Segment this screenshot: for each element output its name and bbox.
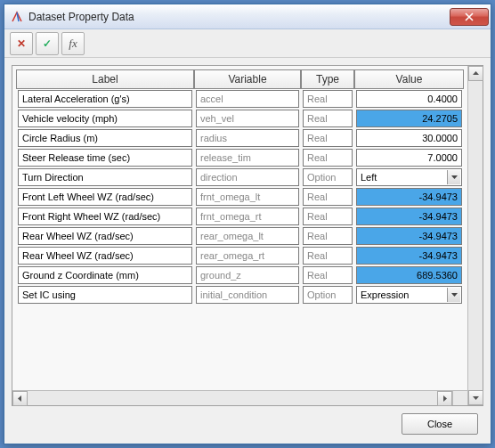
variable-cell: accel	[196, 90, 299, 108]
label-cell[interactable]: Set IC using	[18, 286, 192, 304]
table-row: Rear Wheel WZ (rad/sec)rear_omega_ltReal…	[16, 226, 464, 246]
variable-cell: initial_condition	[196, 286, 299, 304]
type-cell: Real	[303, 266, 353, 284]
value-dropdown[interactable]: Left	[356, 168, 462, 186]
scroll-down-button[interactable]	[468, 390, 483, 405]
chevron-down-icon[interactable]	[447, 170, 460, 184]
apply-button[interactable]: ✓	[36, 32, 59, 55]
scroll-corner	[452, 390, 467, 405]
table-row: Set IC usinginitial_conditionOptionExpre…	[16, 285, 464, 305]
type-cell: Real	[303, 149, 353, 167]
col-header-value[interactable]: Value	[354, 69, 464, 89]
variable-cell: radius	[196, 129, 299, 147]
value-cell[interactable]: -34.9473	[356, 227, 462, 245]
value-cell[interactable]: 24.2705	[356, 110, 462, 127]
table-row: Vehicle velocity (mph)veh_velReal24.2705	[16, 109, 464, 128]
type-cell: Real	[303, 188, 353, 206]
value-cell[interactable]: 0.4000	[356, 90, 462, 108]
type-cell: Real	[303, 208, 353, 225]
col-header-type[interactable]: Type	[301, 69, 354, 89]
check-icon: ✓	[43, 37, 52, 50]
label-cell[interactable]: Front Right Wheel WZ (rad/sec)	[18, 208, 192, 225]
type-cell: Real	[303, 247, 353, 265]
table-row: Steer Release time (sec)release_timReal7…	[16, 148, 464, 167]
label-cell[interactable]: Circle Radius (m)	[18, 129, 192, 147]
table-row: Rear Wheel WZ (rad/sec)rear_omega_rtReal…	[16, 246, 464, 265]
label-cell[interactable]: Turn Direction	[18, 168, 192, 186]
vertical-scrollbar[interactable]	[467, 66, 483, 405]
variable-cell: veh_vel	[196, 110, 299, 127]
variable-cell: rear_omega_lt	[196, 227, 299, 245]
type-cell: Real	[303, 90, 353, 108]
type-cell: Real	[303, 110, 353, 127]
dropdown-value: Expression	[361, 287, 409, 303]
scroll-right-button[interactable]	[437, 391, 452, 406]
close-button-label: Close	[427, 419, 452, 429]
window-title: Dataset Property Data	[28, 11, 450, 23]
variable-cell: frnt_omega_rt	[196, 208, 299, 225]
grid-area: Label Variable Type Value Lateral Accele…	[12, 66, 467, 390]
dialog-footer: Close	[12, 406, 483, 436]
grid-frame: Label Variable Type Value Lateral Accele…	[12, 65, 483, 406]
titlebar: Dataset Property Data	[4, 4, 491, 29]
cancel-button[interactable]: ✕	[10, 32, 33, 55]
table-row: Circle Radius (m)radiusReal30.0000	[16, 128, 464, 148]
table-row: Turn DirectiondirectionOptionLeft	[16, 167, 464, 187]
property-table: Label Variable Type Value Lateral Accele…	[16, 69, 464, 305]
variable-cell: direction	[196, 168, 299, 186]
fx-button[interactable]: fx	[61, 32, 85, 55]
table-row: Ground z Coordinate (mm)ground_zReal689.…	[16, 265, 464, 285]
label-cell[interactable]: Rear Wheel WZ (rad/sec)	[18, 247, 192, 265]
value-cell[interactable]: -34.9473	[356, 247, 462, 265]
table-row: Front Right Wheel WZ (rad/sec)frnt_omega…	[16, 207, 464, 226]
variable-cell: frnt_omega_lt	[196, 188, 299, 206]
cancel-icon: ✕	[17, 37, 26, 50]
chevron-down-icon[interactable]	[447, 288, 460, 302]
toolbar: ✕ ✓ fx	[4, 29, 491, 58]
content-area: Label Variable Type Value Lateral Accele…	[4, 58, 491, 444]
label-cell[interactable]: Steer Release time (sec)	[18, 149, 192, 167]
value-cell[interactable]: -34.9473	[356, 188, 462, 206]
value-dropdown[interactable]: Expression	[356, 286, 462, 304]
type-cell: Option	[303, 286, 353, 304]
fx-icon: fx	[69, 37, 77, 51]
dropdown-value: Left	[361, 169, 377, 185]
app-icon	[10, 10, 24, 24]
value-cell[interactable]: 689.5360	[356, 266, 462, 284]
value-cell[interactable]: 7.0000	[356, 149, 462, 167]
label-cell[interactable]: Front Left Wheel WZ (rad/sec)	[18, 188, 192, 206]
horizontal-scrollbar[interactable]	[12, 390, 452, 405]
dialog-window: Dataset Property Data ✕ ✓ fx	[4, 4, 491, 444]
type-cell: Option	[303, 168, 353, 186]
label-cell[interactable]: Lateral Acceleration (g's)	[18, 90, 192, 108]
window-close-button[interactable]	[450, 8, 489, 26]
variable-cell: ground_z	[196, 266, 299, 284]
label-cell[interactable]: Vehicle velocity (mph)	[18, 110, 192, 127]
variable-cell: rear_omega_rt	[196, 247, 299, 265]
scroll-up-button[interactable]	[468, 66, 483, 81]
value-cell[interactable]: 30.0000	[356, 129, 462, 147]
col-header-label[interactable]: Label	[16, 69, 194, 89]
variable-cell: release_tim	[196, 149, 299, 167]
type-cell: Real	[303, 129, 353, 147]
scroll-left-button[interactable]	[12, 391, 28, 406]
label-cell[interactable]: Rear Wheel WZ (rad/sec)	[18, 227, 192, 245]
table-row: Front Left Wheel WZ (rad/sec)frnt_omega_…	[16, 187, 464, 207]
label-cell[interactable]: Ground z Coordinate (mm)	[18, 266, 192, 284]
col-header-variable[interactable]: Variable	[194, 69, 301, 89]
table-row: Lateral Acceleration (g's)accelReal0.400…	[16, 89, 464, 109]
close-button[interactable]: Close	[402, 413, 478, 435]
value-cell[interactable]: -34.9473	[356, 208, 462, 225]
type-cell: Real	[303, 227, 353, 245]
